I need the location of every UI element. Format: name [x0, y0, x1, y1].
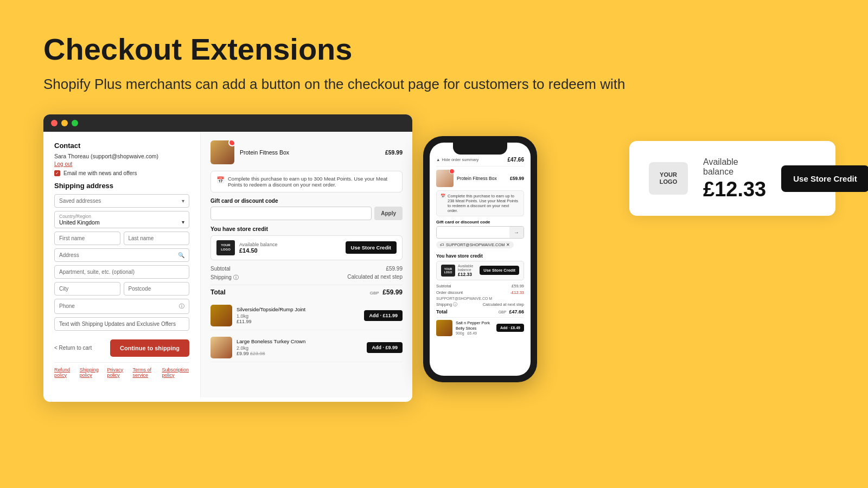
privacy-policy-link[interactable]: Privacy policy	[107, 367, 127, 378]
postcode-placeholder: Postcode	[129, 286, 151, 292]
sms-field[interactable]: Text with Shipping Updates and Exclusive…	[54, 317, 189, 331]
phone-totals: Subtotal £59.99 Order discount -£12.33 S…	[436, 284, 524, 314]
contact-label: Contact	[54, 142, 189, 150]
arrow-icon: →	[509, 227, 524, 238]
phone-use-store-credit-button[interactable]: Use Store Credit	[480, 266, 519, 275]
phone-merchant-logo: YOURLOGO	[441, 265, 455, 277]
address-field[interactable]: Address 🔍	[54, 248, 189, 262]
name-row: First name Last name	[54, 232, 189, 245]
phone-shipping-label: Shipping ⓘ	[436, 302, 457, 307]
sms-label: Text with Shipping Updates and Exclusive…	[59, 321, 176, 327]
discount-input-row: Apply	[210, 207, 403, 220]
phone-placeholder: Phone	[59, 303, 75, 309]
subtotal-row: Subtotal £59.99	[210, 266, 403, 272]
subscription-policy-link[interactable]: Subscription policy	[162, 367, 189, 378]
phone-total-value: GBP £47.66	[499, 309, 524, 314]
phone-product-row: Protein Fitness Box £59.99	[436, 170, 524, 187]
continue-to-shipping-button[interactable]: Continue to shipping	[110, 339, 189, 357]
card-merchant-logo: YOURLOGO	[649, 162, 688, 195]
phone-outer: ▲ Hide order summary £47.66 Protein Fitn…	[423, 136, 537, 382]
apt-placeholder: Apartment, suite, etc. (optional)	[59, 269, 135, 275]
add-upsell-1-button[interactable]: Add · £11.99	[364, 310, 403, 321]
phone-discount-input[interactable]	[437, 227, 509, 237]
phone-hide-summary[interactable]: ▲ Hide order summary	[436, 157, 478, 162]
phone-header-bar: ▲ Hide order summary £47.66	[436, 155, 524, 166]
meat-points-text: Complete this purchase to earn up to 300…	[228, 176, 397, 188]
use-store-credit-button[interactable]: Use Store Credit	[346, 241, 397, 254]
email-checkbox[interactable]	[54, 170, 60, 176]
phone-upsell-name: Salt n Pepper Pork Belly Slices	[456, 320, 493, 331]
upsell-price-1: £11.99	[237, 319, 360, 324]
upsell-image-1	[210, 305, 232, 326]
subtotal-value: £59.99	[386, 266, 403, 272]
last-name-field[interactable]: Last name	[124, 232, 190, 245]
phone-content: ▲ Hide order summary £47.66 Protein Fitn…	[430, 155, 531, 376]
avail-balance-amount: £14.50	[239, 247, 341, 254]
upsell-price-2: £9.99 £23.98	[237, 351, 362, 356]
refund-policy-link[interactable]: Refund policy	[54, 367, 74, 378]
add-upsell-2-button[interactable]: Add · £9.99	[367, 342, 403, 353]
shipping-label: Shipping ⓘ	[210, 274, 239, 281]
phone-inner: ▲ Hide order summary £47.66 Protein Fitn…	[430, 143, 531, 376]
avail-balance-label: Available balance	[239, 242, 341, 247]
phone-subtotal-row: Subtotal £59.99	[436, 284, 524, 288]
card-use-store-credit-button[interactable]: Use Store Credit	[781, 165, 868, 192]
country-value: United Kingdom	[59, 219, 100, 226]
close-icon[interactable]: ✕	[506, 242, 510, 247]
discount-code-input[interactable]	[210, 207, 372, 220]
phone-total-amount: £47.66	[509, 309, 524, 314]
phone-avail-label: Available balance	[458, 264, 477, 272]
upsell-weight-2: 2.0kg	[237, 345, 362, 351]
phone-add-upsell-button[interactable]: Add · £8.49	[496, 324, 524, 332]
upsell-name-1: Silverside/Topside/Rump Joint	[237, 306, 360, 313]
address-placeholder: Address	[59, 252, 79, 258]
upsell-row-1: Silverside/Topside/Rump Joint 1.0kg £11.…	[210, 301, 403, 330]
phone-upsell-row: Salt n Pepper Pork Belly Slices 900g £6.…	[436, 317, 524, 338]
return-to-cart-link[interactable]: < Return to cart	[54, 345, 92, 351]
checkout-right-panel: Protein Fitness Box £59.99 📅 Complete th…	[201, 132, 412, 397]
saved-addresses-label: Saved addresses	[59, 198, 101, 204]
upsell-details-2: Large Boneless Turkey Crown 2.0kg £9.99 …	[237, 338, 362, 356]
city-field[interactable]: City	[54, 282, 120, 296]
calendar-icon: 📅	[216, 176, 225, 184]
page-subtitle: Shopify Plus merchants can add a button …	[43, 76, 825, 93]
discount-code-row: Gift card or discount code Apply	[210, 198, 403, 220]
phone-shipping-row: Shipping ⓘ Calculated at next step	[436, 302, 524, 307]
phone-notch	[453, 143, 507, 155]
dot-yellow	[61, 120, 68, 126]
page-title: Checkout Extensions	[43, 33, 825, 66]
phone-subtotal-label: Subtotal	[436, 284, 451, 288]
saved-addresses-field[interactable]: Saved addresses ▾	[54, 194, 189, 208]
phone-mockup-wrapper: ▲ Hide order summary £47.66 Protein Fitn…	[423, 136, 542, 382]
logout-link[interactable]: Log out	[54, 161, 72, 167]
store-credit-box: YOURLOGO Available balance £14.50 Use St…	[210, 235, 403, 260]
chevron-down-icon: ▾	[182, 198, 184, 204]
phone-grand-total-row: Total GBP £47.66	[436, 309, 524, 314]
phone-subtotal-value: £59.99	[512, 284, 524, 288]
phone-upsell-weight: 900g	[456, 331, 464, 335]
apply-button[interactable]: Apply	[374, 207, 403, 220]
upsell-details-1: Silverside/Topside/Rump Joint 1.0kg £11.…	[237, 306, 360, 324]
shipping-policy-link[interactable]: Shipping policy	[80, 367, 102, 378]
phone-upsell-details: Salt n Pepper Pork Belly Slices 900g £6.…	[456, 320, 493, 335]
page-wrapper: Checkout Extensions Shopify Plus merchan…	[0, 0, 868, 423]
first-name-field[interactable]: First name	[54, 232, 120, 245]
divider	[210, 285, 403, 285]
phone-order-discount-value: -£12.33	[510, 290, 524, 295]
upsell-image-2	[210, 337, 232, 358]
total-currency: GBP	[370, 291, 379, 296]
store-credit-label: You have store credit	[210, 226, 403, 232]
subtotal-label: Subtotal	[210, 266, 231, 272]
country-region-field[interactable]: Country/Region United Kingdom ▾	[54, 211, 189, 228]
phone-field[interactable]: Phone ⓘ	[54, 299, 189, 314]
terms-link[interactable]: Terms of service	[132, 367, 156, 378]
phone-coupon-code: SUPPORT@SHOPWAIVE.CO M	[436, 297, 492, 300]
help-icon: ⓘ	[179, 303, 184, 310]
store-credit-section: You have store credit YOURLOGO Available…	[210, 226, 403, 260]
postcode-field[interactable]: Postcode	[124, 282, 190, 296]
apt-field[interactable]: Apartment, suite, etc. (optional)	[54, 265, 189, 279]
phone-coupon-tag: 🏷 SUPPORT@SHOPWAIVE.COM ✕	[436, 241, 514, 248]
phone-total-currency: GBP	[499, 310, 507, 314]
chevron-up-icon: ▲	[436, 157, 440, 162]
browser-content: Contact Sara Thoreau (support@shopwaive.…	[43, 132, 412, 397]
